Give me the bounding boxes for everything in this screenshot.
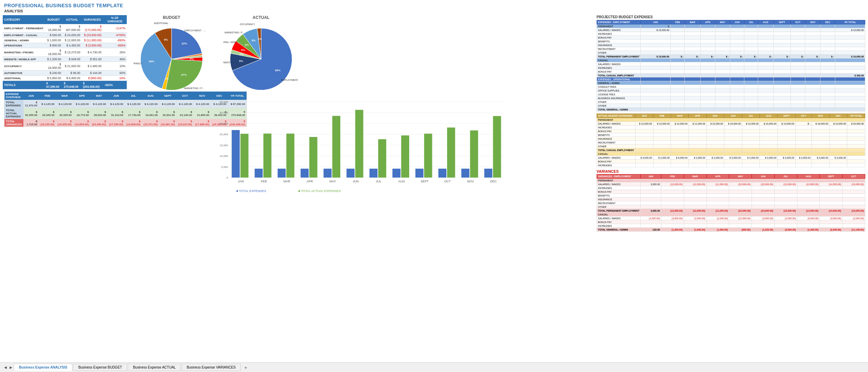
proj-cell (715, 85, 730, 89)
actual-cell (829, 129, 847, 133)
analysis-cell: -456% (103, 43, 127, 48)
actual-cell (653, 126, 671, 129)
analysis-cell: $ (23,500.00) (82, 33, 103, 38)
proj-label: RECRUITMENT (597, 47, 641, 51)
actual-cell (778, 141, 796, 145)
proj-cell (700, 89, 715, 93)
var-cell (706, 205, 729, 209)
actual-cell (706, 148, 724, 152)
tab-budget[interactable]: Business Expense BUDGET (73, 364, 127, 371)
variances-table: VARIANCES - EMPLOYMENT JAN FEB MAR APR M… (597, 174, 865, 232)
proj-cell (670, 62, 684, 66)
proj-cell (835, 66, 865, 70)
month-label: AUG (398, 180, 405, 183)
actual-cell (742, 141, 760, 145)
proj-cell (670, 59, 684, 62)
analysis-cell: 26% (103, 48, 127, 57)
pie-label: 8% (252, 39, 256, 42)
variances-title: VARIANCES (597, 169, 865, 173)
actual-cell (671, 133, 689, 137)
actual-cell (812, 141, 829, 145)
actual-bar (424, 134, 432, 178)
tab-variances[interactable]: Business Expense VARIANCES (182, 364, 241, 371)
var-cell (661, 194, 684, 198)
var-label: RECRUITMENT (597, 201, 641, 205)
proj-cell (773, 36, 790, 40)
actual-cell (635, 148, 653, 152)
overview-cell: $ (24,400.00) (90, 119, 107, 127)
var-col-sept: SEPT (820, 174, 843, 179)
proj-cell (685, 104, 700, 108)
proj-cell (685, 70, 700, 74)
proj-cell (805, 104, 820, 108)
actual-cell (760, 118, 778, 122)
analysis-cell: $ (3,650.00) (82, 43, 103, 48)
proj-cell (758, 70, 774, 74)
actual-cell (742, 148, 760, 152)
proj-cell (685, 24, 700, 28)
actual-cell (829, 137, 847, 141)
proj-cell (685, 85, 700, 89)
proj-cell (744, 108, 758, 111)
analysis-cell: $ 13,270.00 (62, 48, 82, 57)
analysis-cell: -16% (103, 76, 127, 81)
overview-col-mar: MAR (56, 92, 73, 100)
proj-cell: $ - (730, 55, 744, 59)
proj-cell (758, 93, 774, 96)
actual-cell (635, 126, 653, 129)
actual-cell (671, 163, 689, 167)
actual-cell: $ 13,000.00 (653, 122, 671, 126)
proj-cell (790, 40, 805, 43)
tab-nav-left[interactable]: ◀ (3, 365, 8, 370)
var-cell (706, 198, 729, 201)
tab-add-button[interactable]: + (241, 364, 250, 371)
proj-cell (835, 104, 865, 108)
budget-bar (438, 169, 446, 178)
proj-label: TOTAL PERMANENT EMPLOYMENT (597, 55, 641, 59)
proj-label: PERMANENT (597, 24, 641, 28)
var-cell (752, 198, 775, 201)
actual-cell (812, 126, 829, 129)
actual-cell: $ 12,000.00 (635, 122, 653, 126)
var-cell (641, 201, 661, 205)
var-cell (820, 194, 843, 198)
month-label: JAN (238, 180, 244, 183)
actual-cell (795, 126, 812, 129)
var-cell (774, 198, 797, 201)
proj-cell (670, 93, 684, 96)
actual-cell (812, 129, 829, 133)
proj-cell (744, 62, 758, 66)
proj-cell (820, 89, 835, 93)
var-cell: (12,000.00) (684, 182, 706, 186)
proj-cell (730, 96, 744, 100)
var-cell (706, 201, 729, 205)
tab-actual[interactable]: Business Expense ACTUAL (128, 364, 181, 371)
actual-cell (706, 126, 724, 129)
actual-cell (742, 160, 760, 163)
proj-cell (790, 47, 805, 51)
budget-bar (392, 169, 400, 178)
pie-label: 5% (241, 49, 245, 52)
actual-cell: $ 2,000.00 (742, 156, 760, 160)
proj-cell (641, 40, 671, 43)
proj-cell (685, 66, 700, 70)
proj-cell (715, 96, 730, 100)
y-tick-label: 15,000 (220, 144, 228, 147)
actual-label: OTHER (597, 145, 636, 148)
tab-analysis[interactable]: Business Expense ANALYSIS (14, 364, 72, 371)
analysis-cell: $ 500.00 (45, 33, 62, 38)
var-cell (706, 220, 729, 224)
var-cell (706, 190, 729, 194)
budget-bar (232, 130, 240, 178)
proj-cell (715, 59, 730, 62)
actual-cell: $ 2,000.00 (653, 156, 671, 160)
pie-label: 2% (190, 57, 194, 61)
proj-cell (685, 77, 700, 81)
tab-nav-right[interactable]: ▶ (8, 365, 14, 370)
proj-cell (715, 51, 730, 55)
var-label: OTHER (597, 205, 641, 209)
actual-cell (742, 129, 760, 133)
actual-cell (635, 141, 653, 145)
actual-cell (671, 118, 689, 122)
proj-cell (700, 28, 715, 32)
